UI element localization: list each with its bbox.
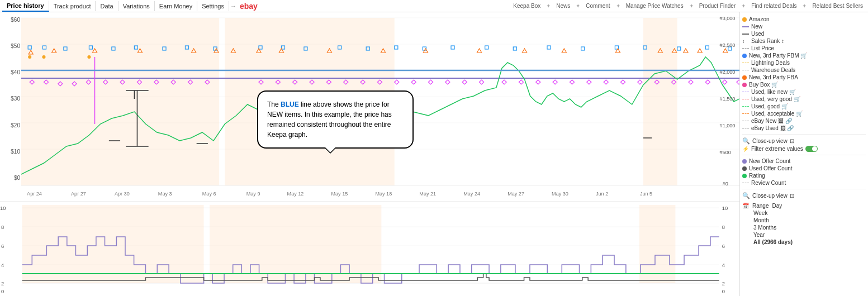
y-label-30: $30 — [1, 96, 20, 102]
lightning-deals-label: Lightning Deals — [751, 60, 790, 66]
svg-rect-31 — [581, 47, 585, 50]
ebay-used-label: eBay Used 🖼 🔗 — [751, 125, 794, 131]
legend-ebay-new[interactable]: eBay New 🖼 🔗 — [742, 117, 866, 125]
legend-sales-rank[interactable]: ↕ Sales Rank ↕ — [742, 37, 866, 45]
svg-rect-99 — [210, 205, 381, 283]
tooltip-bubble: The BLUE line above shows the price for … — [257, 90, 414, 149]
used-like-new-label: Used, like new 🛒 — [751, 89, 796, 95]
close-up-section: 🔍 Close-up view ⊡ ⚡ Filter extreme value… — [742, 134, 866, 152]
svg-rect-34 — [677, 47, 681, 50]
tab-settings[interactable]: Settings — [197, 1, 229, 11]
close-up-row[interactable]: 🔍 Close-up view ⊡ — [742, 137, 866, 145]
bottom-chart-svg: 10 8 6 4 2 0 10 8 6 4 2 0 — [0, 202, 739, 296]
close-up-label-2: Close-up view — [752, 193, 788, 199]
legend-used-like-new[interactable]: Used, like new 🛒 — [742, 88, 866, 96]
legend-new-offer-count[interactable]: New Offer Count — [742, 157, 866, 165]
svg-rect-27 — [451, 46, 454, 49]
close-up-label: Close-up view — [752, 138, 788, 144]
svg-text:#2,000: #2,000 — [720, 69, 736, 75]
new-3p-fba-color — [742, 75, 747, 80]
range-label: Range — [752, 203, 769, 209]
svg-text:8: 8 — [722, 225, 725, 230]
svg-text:2: 2 — [722, 281, 725, 287]
legend-rating[interactable]: Rating — [742, 172, 866, 179]
svg-rect-100 — [639, 205, 676, 283]
svg-marker-49 — [477, 49, 482, 52]
related-best-sellers-link[interactable]: Related Best Sellers — [809, 3, 866, 9]
range-day-inline[interactable]: Day — [772, 203, 782, 209]
svg-text:May 6: May 6 — [202, 191, 216, 197]
legend-lightning-deals[interactable]: Lightning Deals — [742, 59, 866, 66]
legend-used-good[interactable]: Used, good 🛒 — [742, 103, 866, 110]
legend-used-offer-count[interactable]: Used Offer Count — [742, 165, 866, 172]
chart-area: $60 $50 $40 $30 $20 $10 $0 — [0, 12, 739, 296]
legend-used-acceptable[interactable]: Used, acceptable 🛒 — [742, 110, 866, 117]
range-all[interactable]: All (2966 days) — [753, 238, 866, 246]
main-container: $60 $50 $40 $30 $20 $10 $0 — [0, 12, 868, 296]
warehouse-deals-label: Warehouse Deals — [751, 67, 795, 73]
filter-extreme-row[interactable]: ⚡ Filter extreme values — [742, 145, 866, 152]
y-axis-left: $60 $50 $40 $30 $20 $10 $0 — [0, 12, 21, 191]
comment-link[interactable]: Comment — [583, 3, 613, 9]
manage-price-watches-link[interactable]: Manage Price Watches — [623, 3, 686, 9]
tab-variations[interactable]: Variations — [118, 1, 155, 11]
svg-text:#1,000: #1,000 — [720, 123, 736, 128]
range-year[interactable]: Year — [753, 231, 866, 238]
lightning-deals-color — [742, 63, 749, 64]
bottom-legend-section: New Offer Count Used Offer Count Rating … — [742, 155, 866, 187]
svg-text:10: 10 — [722, 206, 728, 211]
used-like-new-color — [742, 92, 749, 93]
magnify-icon-2: 🔍 — [742, 192, 750, 199]
close-up-row-2[interactable]: 🔍 Close-up view ⊡ — [742, 192, 866, 200]
tab-data[interactable]: Data — [96, 1, 118, 11]
svg-marker-50 — [522, 49, 527, 52]
svg-marker-55 — [684, 49, 688, 52]
legend-new[interactable]: New — [742, 23, 866, 30]
tooltip-text-before: The — [267, 101, 281, 108]
svg-text:Apr 24: Apr 24 — [27, 191, 42, 197]
range-month[interactable]: Month — [753, 217, 866, 224]
tab-earn-money[interactable]: Earn Money — [155, 1, 197, 11]
product-finder-link[interactable]: Product Finder — [696, 3, 739, 9]
svg-marker-57 — [723, 49, 728, 52]
ebay-new-color — [742, 121, 749, 122]
tab-price-history[interactable]: Price history — [2, 1, 49, 12]
used-very-good-label: Used, very good 🛒 — [751, 96, 800, 102]
tab-track-product[interactable]: Track product — [49, 1, 96, 11]
legend-list-price[interactable]: List Price — [742, 45, 866, 52]
rating-label: Rating — [749, 173, 765, 179]
filter-extreme-toggle[interactable] — [805, 146, 818, 152]
keepa-box-link[interactable]: Keepa Box — [510, 3, 543, 9]
legend-used-very-good[interactable]: Used, very good 🛒 — [742, 96, 866, 103]
legend-new-3p-fbm[interactable]: New, 3rd Party FBM 🛒 — [742, 52, 866, 59]
range-options: Week Month 3 Months Year All (2966 days) — [753, 209, 866, 246]
svg-text:May 3: May 3 — [158, 191, 172, 197]
news-link[interactable]: News — [553, 3, 573, 9]
svg-text:#500: #500 — [720, 150, 731, 155]
legend-buy-box[interactable]: Buy Box 🛒 — [742, 81, 866, 88]
legend-new-3p-fba[interactable]: New, 3rd Party FBA — [742, 74, 866, 81]
range-3months[interactable]: 3 Months — [753, 224, 866, 231]
svg-text:May 9: May 9 — [246, 191, 260, 197]
review-count-label: Review Count — [751, 180, 786, 186]
svg-text:6: 6 — [1, 244, 4, 249]
range-section: 📅 Range Day Week Month 3 Months Year All… — [742, 202, 866, 246]
rating-color — [742, 174, 747, 178]
legend-ebay-used[interactable]: eBay Used 🖼 🔗 — [742, 125, 866, 132]
svg-rect-29 — [513, 47, 516, 50]
legend-review-count[interactable]: Review Count — [742, 179, 866, 187]
warehouse-deals-color — [742, 70, 749, 71]
range-week[interactable]: Week — [753, 209, 866, 217]
filter-extreme-label: Filter extreme values — [751, 146, 803, 152]
svg-text:May 24: May 24 — [463, 191, 480, 197]
svg-text:May 15: May 15 — [331, 191, 348, 197]
svg-text:10: 10 — [0, 206, 6, 211]
svg-text:May 27: May 27 — [507, 191, 524, 197]
new-3p-fba-label: New, 3rd Party FBA — [749, 74, 798, 80]
legend-used[interactable]: Used — [742, 30, 866, 37]
sales-rank-label: Sales Rank ↕ — [751, 38, 784, 44]
legend-amazon[interactable]: Amazon — [742, 16, 866, 23]
calendar-icon: 📅 — [742, 203, 749, 209]
find-related-deals-link[interactable]: Find related Deals — [748, 3, 799, 9]
legend-warehouse-deals[interactable]: Warehouse Deals — [742, 66, 866, 74]
